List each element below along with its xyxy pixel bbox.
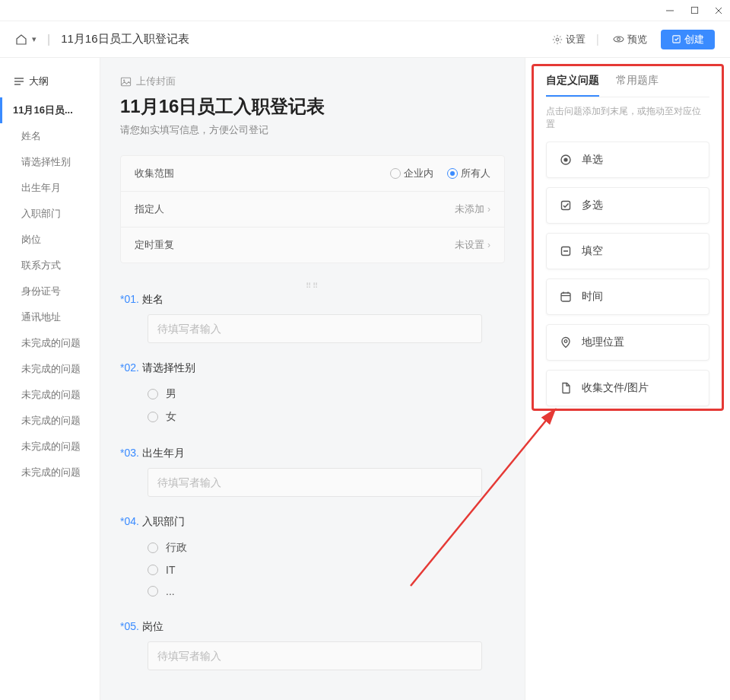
outline-panel: 大纲 11月16日员... 姓名请选择性别出生年月入职部门岗位联系方式身份证号通… bbox=[0, 58, 100, 700]
checkbox-icon bbox=[559, 199, 573, 212]
outline-item[interactable]: 未完成的问题 bbox=[0, 434, 100, 460]
preview-label: 预览 bbox=[627, 33, 647, 46]
settings-label: 设置 bbox=[566, 33, 586, 46]
create-button[interactable]: 创建 bbox=[661, 30, 715, 49]
settings-button[interactable]: 设置 bbox=[552, 33, 586, 46]
svg-rect-1 bbox=[691, 7, 697, 13]
svg-point-21 bbox=[564, 340, 567, 343]
radio-option[interactable]: 行政 bbox=[148, 536, 505, 559]
form-settings-card: 收集范围 企业内 所有人 指定人 未添加 › 定时重复 未设置 › bbox=[120, 155, 505, 263]
outline-item-active[interactable]: 11月16日员... bbox=[0, 97, 100, 123]
outline-item[interactable]: 出生年月 bbox=[0, 175, 100, 201]
tab-custom[interactable]: 自定义问题 bbox=[546, 74, 599, 97]
gear-icon bbox=[552, 34, 563, 45]
svg-rect-7 bbox=[14, 78, 24, 79]
chevron-down-icon[interactable]: ▾ bbox=[32, 34, 36, 44]
form-title[interactable]: 11月16日员工入职登记表 bbox=[120, 94, 505, 119]
question[interactable]: *03. 出生年月 bbox=[120, 447, 505, 497]
radio-icon bbox=[148, 389, 158, 399]
question-type-label: 地理位置 bbox=[582, 336, 624, 349]
text-input[interactable] bbox=[148, 314, 482, 343]
question-type-location[interactable]: 地理位置 bbox=[546, 324, 709, 361]
page-title: 11月16日员工入职登记表 bbox=[61, 32, 189, 46]
svg-point-11 bbox=[123, 79, 125, 81]
assignee-row[interactable]: 指定人 未添加 › bbox=[121, 192, 504, 228]
outline-item[interactable]: 联系方式 bbox=[0, 253, 100, 278]
radio-icon bbox=[148, 586, 158, 597]
svg-point-13 bbox=[563, 158, 567, 161]
question-type-tabs: 自定义问题 常用题库 bbox=[546, 74, 709, 97]
radio-icon bbox=[148, 412, 158, 422]
header-divider: | bbox=[596, 33, 599, 46]
image-icon bbox=[120, 76, 132, 88]
outline-item[interactable]: 未完成的问题 bbox=[0, 330, 100, 356]
minimize-button[interactable] bbox=[665, 5, 675, 16]
header-bar: ▾ | 11月16日员工入职登记表 设置 | 预览 创建 bbox=[0, 21, 730, 58]
question-title: *03. 出生年月 bbox=[120, 447, 505, 460]
outline-item[interactable]: 未完成的问题 bbox=[0, 382, 100, 408]
question-type-checkbox[interactable]: 多选 bbox=[546, 187, 709, 224]
question-type-calendar[interactable]: 时间 bbox=[546, 278, 709, 315]
question[interactable]: *05. 岗位 bbox=[120, 620, 505, 670]
question-type-panel: 自定义问题 常用题库 点击问题添加到末尾，或拖动至对应位置 单选多选填空时间地理… bbox=[525, 58, 730, 700]
radio-option[interactable]: ... bbox=[148, 581, 505, 602]
radio-option[interactable]: 女 bbox=[148, 406, 505, 428]
outline-item[interactable]: 未完成的问题 bbox=[0, 356, 100, 382]
list-icon bbox=[14, 76, 24, 87]
question-title: *05. 岗位 bbox=[120, 620, 505, 634]
form-subtitle[interactable]: 请您如实填写信息，方便公司登记 bbox=[120, 123, 505, 137]
breadcrumb[interactable]: ▾ | 11月16日员工入职登记表 bbox=[15, 32, 189, 46]
outline-item[interactable]: 未完成的问题 bbox=[0, 460, 100, 485]
radio-checked-icon bbox=[447, 168, 458, 179]
chevron-right-icon: › bbox=[487, 204, 490, 215]
eye-icon bbox=[613, 33, 624, 45]
question[interactable]: *01. 姓名 bbox=[120, 293, 505, 343]
outline-item[interactable]: 入职部门 bbox=[0, 201, 100, 227]
repeat-row[interactable]: 定时重复 未设置 › bbox=[121, 228, 504, 262]
outline-item[interactable]: 身份证号 bbox=[0, 278, 100, 304]
outline-item[interactable]: 姓名 bbox=[0, 123, 100, 149]
outline-item[interactable]: 通讯地址 bbox=[0, 304, 100, 330]
question-type-radio[interactable]: 单选 bbox=[546, 142, 709, 178]
scope-row[interactable]: 收集范围 企业内 所有人 bbox=[121, 156, 504, 192]
radio-icon bbox=[559, 153, 573, 167]
svg-rect-9 bbox=[14, 84, 21, 85]
question-title: *04. 入职部门 bbox=[120, 515, 505, 529]
outline-item[interactable]: 未完成的问题 bbox=[0, 408, 100, 434]
upload-cover-button[interactable]: 上传封面 bbox=[120, 75, 505, 88]
create-icon bbox=[671, 34, 681, 44]
question[interactable]: *02. 请选择性别男女 bbox=[120, 361, 505, 428]
outline-item[interactable]: 请选择性别 bbox=[0, 149, 100, 175]
question-type-label: 单选 bbox=[582, 153, 603, 167]
create-label: 创建 bbox=[684, 33, 704, 46]
text-field-icon bbox=[559, 244, 573, 258]
upload-cover-label: 上传封面 bbox=[136, 75, 176, 88]
maximize-button[interactable] bbox=[689, 5, 700, 16]
text-input[interactable] bbox=[148, 468, 482, 497]
calendar-icon bbox=[559, 290, 573, 304]
question-type-file[interactable]: 收集文件/图片 bbox=[546, 370, 709, 406]
preview-button[interactable]: 预览 bbox=[613, 33, 647, 46]
question[interactable]: *04. 入职部门行政IT... bbox=[120, 515, 505, 602]
question-title: *01. 姓名 bbox=[120, 293, 505, 307]
repeat-value: 未设置 bbox=[455, 238, 484, 252]
radio-option[interactable]: 男 bbox=[148, 383, 505, 406]
outline-heading: 大纲 bbox=[0, 75, 100, 88]
question-title: *02. 请选择性别 bbox=[120, 361, 505, 375]
text-input[interactable] bbox=[148, 641, 482, 670]
form-editor: 上传封面 11月16日员工入职登记表 请您如实填写信息，方便公司登记 收集范围 … bbox=[100, 58, 525, 700]
radio-option[interactable]: IT bbox=[148, 559, 505, 581]
assignee-label: 指定人 bbox=[135, 202, 164, 216]
scope-option-all[interactable]: 所有人 bbox=[447, 167, 490, 180]
question-type-label: 填空 bbox=[582, 244, 603, 258]
tab-library[interactable]: 常用题库 bbox=[616, 74, 659, 97]
radio-icon bbox=[148, 565, 158, 575]
close-button[interactable] bbox=[713, 5, 724, 16]
question-type-text-field[interactable]: 填空 bbox=[546, 233, 709, 269]
scope-option-internal[interactable]: 企业内 bbox=[390, 167, 433, 180]
drag-handle-icon[interactable]: ⠿⠿ bbox=[120, 282, 505, 290]
outline-item[interactable]: 岗位 bbox=[0, 227, 100, 253]
tab-hint: 点击问题添加到末尾，或拖动至对应位置 bbox=[546, 105, 709, 131]
home-icon[interactable] bbox=[15, 33, 27, 46]
svg-rect-6 bbox=[673, 36, 680, 43]
